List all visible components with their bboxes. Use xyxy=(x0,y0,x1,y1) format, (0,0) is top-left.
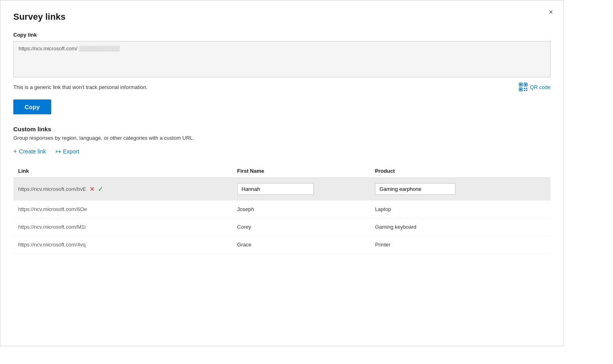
table-cell-link: https://ncv.microsoft.com/M1l xyxy=(13,218,232,236)
cancel-edit-icon[interactable]: ✕ xyxy=(89,185,95,193)
svg-rect-7 xyxy=(526,88,527,89)
svg-rect-8 xyxy=(524,90,525,91)
custom-links-actions: + Create link ↦ Export xyxy=(13,147,551,155)
table-cell-firstname: Grace xyxy=(232,236,370,254)
table-cell-link: https://ncv.microsoft.com/6Oe xyxy=(13,201,232,218)
table-cell-product: Printer xyxy=(370,236,551,254)
col-header-firstname: First Name xyxy=(232,165,370,178)
custom-links-table: Link First Name Product https://ncv.micr… xyxy=(13,165,551,254)
plus-icon: + xyxy=(13,148,17,155)
export-label: Export xyxy=(63,148,79,155)
table-cell-firstname: Corey xyxy=(232,218,370,236)
svg-rect-5 xyxy=(520,89,522,90)
survey-links-dialog: × Survey links Copy link https://ncv.mic… xyxy=(0,0,564,346)
firstname-value: Grace xyxy=(237,242,251,248)
close-button[interactable]: × xyxy=(546,7,555,17)
table-cell-product: Laptop xyxy=(370,201,551,218)
product-input[interactable] xyxy=(375,183,456,195)
link-url-input[interactable]: https://ncv.microsoft.com/ ░░░░░░░░░░░ xyxy=(13,41,551,77)
product-value: Printer xyxy=(375,242,390,248)
svg-rect-1 xyxy=(520,84,522,85)
table-cell-product xyxy=(370,178,551,201)
table-row: https://ncv.microsoft.com/M1l Corey Gami… xyxy=(13,218,551,236)
col-header-product: Product xyxy=(370,165,551,178)
create-link-label: Create link xyxy=(19,148,46,155)
svg-rect-6 xyxy=(524,88,525,89)
table-row: https://ncv.microsoft.com/4vq Grace Prin… xyxy=(13,236,551,254)
table-cell-firstname xyxy=(232,178,370,201)
firstname-input[interactable] xyxy=(237,183,314,195)
copy-button[interactable]: Copy xyxy=(13,99,51,114)
create-link-button[interactable]: + Create link xyxy=(13,148,46,155)
link-value: https://ncv.microsoft.com/bvE xyxy=(18,186,86,192)
link-value: https://ncv.microsoft.com/M1l xyxy=(18,224,85,230)
firstname-value: Corey xyxy=(237,224,251,230)
qr-code-label: QR code xyxy=(530,84,551,90)
table-row: https://ncv.microsoft.com/6Oe Joseph Lap… xyxy=(13,201,551,218)
custom-links-description: Group responses by region, language, or … xyxy=(13,135,551,141)
custom-links-title: Custom links xyxy=(13,126,551,132)
copy-link-section: Copy link https://ncv.microsoft.com/ ░░░… xyxy=(13,32,551,126)
product-value: Laptop xyxy=(375,206,391,212)
qr-icon xyxy=(519,83,528,91)
link-value: https://ncv.microsoft.com/4vq xyxy=(18,242,85,248)
link-value: https://ncv.microsoft.com/6Oe xyxy=(18,206,87,212)
table-row: https://ncv.microsoft.com/bvE ✕ ✓ xyxy=(13,178,551,201)
firstname-value: Joseph xyxy=(237,206,254,212)
table-cell-link: https://ncv.microsoft.com/bvE ✕ ✓ xyxy=(13,178,232,201)
confirm-edit-icon[interactable]: ✓ xyxy=(98,185,103,193)
table-cell-firstname: Joseph xyxy=(232,201,370,218)
custom-links-section: Custom links Group responses by region, … xyxy=(13,126,551,254)
product-value: Gaming keyboard xyxy=(375,224,416,230)
svg-rect-3 xyxy=(525,84,526,85)
qr-code-button[interactable]: QR code xyxy=(519,83,551,91)
table-cell-product: Gaming keyboard xyxy=(370,218,551,236)
table-cell-link: https://ncv.microsoft.com/4vq xyxy=(13,236,232,254)
col-header-link: Link xyxy=(13,165,232,178)
dialog-title: Survey links xyxy=(13,12,551,22)
export-button[interactable]: ↦ Export xyxy=(56,147,79,155)
export-icon: ↦ xyxy=(56,147,61,155)
svg-rect-9 xyxy=(526,90,527,91)
copy-link-label: Copy link xyxy=(13,32,551,38)
generic-link-notice: This is a generic link that won't track … xyxy=(13,84,147,90)
